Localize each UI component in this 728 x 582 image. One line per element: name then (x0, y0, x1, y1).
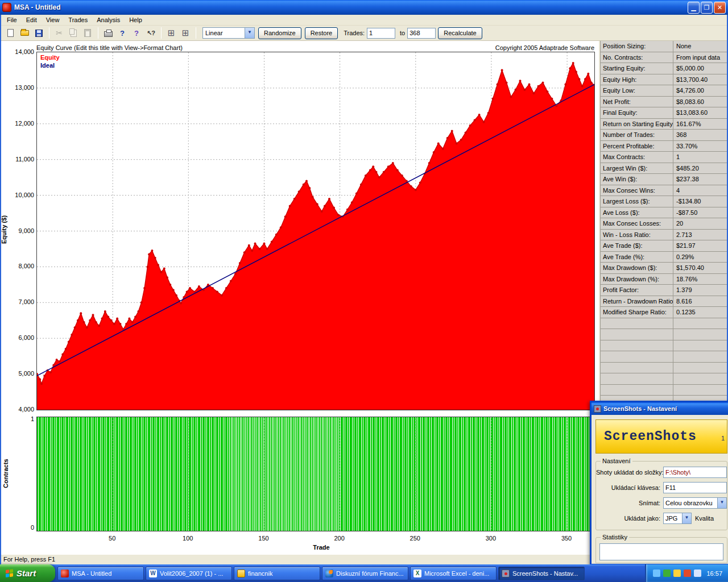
chevron-down-icon[interactable]: ▼ (245, 28, 254, 38)
taskbar-item-excel[interactable]: XMicrosoft Excel - deni... (410, 567, 497, 580)
help-icon (134, 29, 139, 38)
taskbar-item-label: financnik (248, 570, 272, 577)
chevron-down-icon[interactable]: ▼ (717, 498, 726, 508)
trade-xtick-label: 250 (403, 535, 428, 542)
to-label: to (400, 30, 405, 36)
screenshots-icon (502, 569, 510, 577)
banner-title: ScreenShots (604, 429, 697, 444)
statistics-group-label: Statistiky (601, 534, 629, 541)
open-folder-button[interactable] (18, 27, 31, 39)
stat-row: Max Drawdown ($):$1,570.40 (601, 263, 728, 274)
equity-chart[interactable]: EquityIdeal (36, 52, 595, 410)
trade-xtick-label: 350 (554, 535, 579, 542)
dialog-select-sn-mat-[interactable]: Celou obrazovku▼ (663, 497, 727, 509)
dialog-field-label: Ukládat jako: (596, 515, 663, 522)
taskbar-item-label: Volit2006_2007 (1) - ... (160, 570, 223, 577)
stat-value: 1.379 (673, 285, 728, 296)
stat-row: Final Equity:$13,083.60 (601, 107, 728, 119)
stat-label: Profit Factor: (601, 285, 673, 296)
context-help-button[interactable] (144, 27, 158, 39)
menu-file[interactable]: File (2, 15, 22, 24)
dialog-select-ukl-dat-jako-[interactable]: JPG▼ (663, 513, 692, 524)
volume-icon[interactable] (694, 569, 701, 577)
start-button-label: Start (16, 568, 36, 578)
restore-trades-button[interactable]: Restore (305, 27, 338, 39)
taskbar-item-screenshots[interactable]: ScreenShots - Nastav... (498, 567, 585, 580)
trade-xtick-label: 100 (175, 535, 200, 542)
messenger-icon[interactable] (673, 569, 681, 577)
stat-value: 33.70% (673, 141, 728, 152)
legend-ideal: Ideal (40, 61, 60, 69)
help-button[interactable] (130, 27, 143, 39)
stat-row: Win - Loss Ratio:2.713 (601, 230, 728, 241)
trades-from-input[interactable] (367, 28, 395, 39)
dialog-title: ScreenShots - Nastavení (603, 405, 677, 412)
stat-row: Equity High:$13,700.40 (601, 74, 728, 86)
taskbar-item-msa[interactable]: MSA - Untitled (57, 567, 144, 580)
stat-row: Modified Sharpe Ratio:0.1235 (601, 307, 728, 318)
stat-row: Profit Factor:1.379 (601, 285, 728, 296)
menu-view[interactable]: View (42, 15, 64, 24)
clock: 16:57 (706, 570, 722, 577)
title-bar[interactable]: MSA - Untitled ▁ ❐ ✕ (0, 0, 728, 15)
stat-value (673, 385, 728, 396)
stat-row: Max Drawdown (%):18.76% (601, 274, 728, 285)
stat-value: $5,000.00 (673, 63, 728, 74)
menu-edit[interactable]: Edit (22, 15, 42, 24)
trade-xtick-label: 150 (251, 535, 276, 542)
dialog-field-label: Shoty ukládat do složky: (596, 469, 663, 476)
dialog-field-row: Snímat:Celou obrazovku▼ (596, 494, 727, 510)
stat-row (601, 340, 728, 352)
dialog-input-ukl-dac-kl-vesa-[interactable] (663, 482, 727, 493)
print-button[interactable] (101, 27, 115, 39)
stat-value: $8,083.60 (673, 97, 728, 108)
stat-value: $485.20 (673, 163, 728, 174)
taskbar-item-firefox[interactable]: Diskuzní fórum Financ... (322, 567, 408, 580)
antivirus-icon[interactable] (663, 569, 671, 577)
data-grid-button[interactable] (164, 27, 178, 39)
update-icon[interactable] (684, 569, 691, 577)
minimize-button[interactable]: ▁ (688, 2, 700, 14)
format-grid-button[interactable] (179, 27, 192, 39)
contracts-chart[interactable] (36, 417, 595, 531)
folder-icon (237, 569, 245, 577)
context-help-icon (147, 30, 155, 37)
dialog-input-shoty-ukl-dat-do-slo-ky-[interactable] (663, 467, 727, 478)
chart-panel: Equity Curve (Edit this title with View-… (0, 41, 599, 554)
restore-button[interactable]: ❐ (701, 2, 713, 14)
banner-version: 1 (721, 435, 725, 442)
taskbar-item-folder[interactable]: financnik (234, 567, 320, 580)
legend-equity: Equity (40, 53, 60, 61)
dialog-title-bar[interactable]: ScreenShots - Nastavení (592, 402, 728, 415)
chevron-down-icon[interactable]: ▼ (682, 513, 691, 523)
network-icon[interactable] (653, 569, 660, 577)
about-button[interactable] (115, 27, 129, 39)
equity-ytick-label: 12,000 (1, 120, 34, 127)
trades-to-input[interactable] (407, 28, 436, 39)
taskbar-item-word[interactable]: WVolit2006_2007 (1) - ... (146, 567, 232, 580)
stat-label: Largest Loss ($): (601, 196, 673, 207)
stat-value: $1,570.40 (673, 263, 728, 274)
stat-row: Ave Trade ($):$21.97 (601, 240, 728, 252)
menu-trades[interactable]: Trades (64, 15, 92, 24)
stat-label: No. Contracts: (601, 52, 673, 64)
recalculate-button[interactable]: Recalculate (438, 27, 482, 39)
new-file-button[interactable] (3, 27, 17, 39)
stat-row (601, 373, 728, 385)
stat-label: Modified Sharpe Ratio: (601, 307, 673, 318)
stat-label (601, 351, 673, 363)
stat-value: -$87.50 (673, 207, 728, 219)
copy-button (67, 27, 80, 39)
close-button[interactable]: ✕ (714, 2, 726, 14)
stat-row: Largest Loss ($):-$134.80 (601, 196, 728, 207)
stat-value (673, 373, 728, 385)
randomize-button[interactable]: Randomize (258, 27, 301, 39)
save-button[interactable] (32, 27, 46, 39)
menu-analysis[interactable]: Analysis (92, 15, 125, 24)
menu-help[interactable]: Help (125, 15, 147, 24)
data-grid-icon (168, 28, 175, 38)
start-button[interactable]: Start (0, 564, 55, 582)
scale-select[interactable]: Linear ▼ (202, 27, 255, 39)
open-folder-icon (20, 30, 29, 36)
stat-row: No. Contracts:From input data (601, 52, 728, 64)
